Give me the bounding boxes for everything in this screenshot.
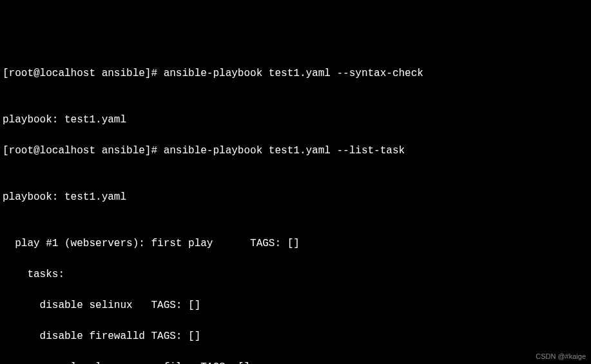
terminal-line-task-copy-yum-repo: copy local yum repo file TAGS: [] — [3, 359, 588, 364]
terminal-line-tasks-label: tasks: — [3, 267, 588, 282]
terminal-line-prompt-list-task: [root@localhost ansible]# ansible-playbo… — [3, 143, 588, 158]
terminal-line-playbook-header: playbook: test1.yaml — [3, 189, 588, 205]
terminal-line-play-header: play #1 (webservers): first play TAGS: [… — [3, 236, 588, 251]
terminal-line-task-disable-firewalld: disable firewalld TAGS: [] — [3, 329, 588, 344]
watermark-text: CSDN @#kaige — [536, 351, 586, 362]
terminal-line-playbook-header: playbook: test1.yaml — [3, 112, 588, 128]
terminal-line-task-disable-selinux: disable selinux TAGS: [] — [3, 298, 588, 313]
terminal-line-prompt-syntax-check: [root@localhost ansible]# ansible-playbo… — [3, 66, 588, 81]
